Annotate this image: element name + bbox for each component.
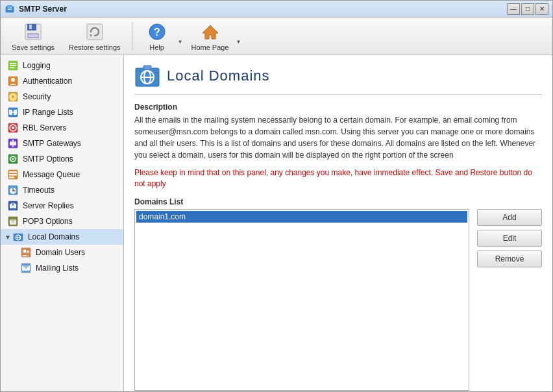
sidebar-local-domains-label: Local Domains xyxy=(28,232,79,241)
svg-rect-8 xyxy=(29,34,38,37)
sidebar-item-mailing-lists[interactable]: Mailing Lists xyxy=(1,260,123,276)
svg-rect-37 xyxy=(9,171,17,173)
sidebar-item-security[interactable]: Security xyxy=(1,89,123,104)
sidebar-item-ip-range-lists[interactable]: IP Range Lists xyxy=(1,104,123,120)
svg-rect-15 xyxy=(10,63,16,64)
sidebar-authentication-label: Authentication xyxy=(23,77,72,86)
svg-point-21 xyxy=(12,95,14,98)
description-label: Description xyxy=(134,103,542,112)
sidebar-mailing-lists-label: Mailing Lists xyxy=(36,263,79,273)
mailing-lists-icon xyxy=(20,262,32,274)
svg-point-35 xyxy=(12,158,14,160)
svg-point-55 xyxy=(27,251,29,253)
svg-rect-30 xyxy=(10,141,16,145)
svg-rect-3 xyxy=(8,9,12,10)
toolbar: Save settings Restore settings xyxy=(1,18,552,55)
remove-button[interactable]: Remove xyxy=(477,251,542,267)
sidebar-smtp-gateways-label: SMTP Gateways xyxy=(23,139,81,148)
list-item[interactable]: domain1.com xyxy=(136,211,467,223)
title-bar: SMTP Server — □ ✕ xyxy=(1,1,552,18)
sidebar-message-queue-label: Message Queue xyxy=(23,170,80,179)
help-label: Help xyxy=(149,43,164,51)
help-icon: ? xyxy=(147,21,167,42)
main-area: Logging Authentication xyxy=(1,55,552,391)
content-header-icon xyxy=(134,63,160,89)
add-button[interactable]: Add xyxy=(477,209,542,226)
restore-settings-label: Restore settings xyxy=(69,43,120,51)
app-icon xyxy=(5,4,15,14)
sidebar-item-message-queue[interactable]: Message Queue xyxy=(1,167,123,182)
domains-area: domain1.com Add Edit Remove xyxy=(134,209,542,391)
sidebar: Logging Authentication xyxy=(1,55,124,391)
local-domains-icon xyxy=(12,231,24,243)
sidebar-item-local-domains[interactable]: ▼ Local Domains xyxy=(1,229,123,245)
svg-rect-63 xyxy=(143,66,151,69)
svg-text:?: ? xyxy=(154,27,160,38)
restore-icon xyxy=(84,21,105,42)
sidebar-item-logging[interactable]: Logging xyxy=(1,58,123,73)
svg-rect-17 xyxy=(10,67,14,68)
homepage-button[interactable]: Home Page xyxy=(185,18,234,55)
svg-rect-1 xyxy=(7,5,12,8)
sidebar-domain-users-label: Domain Users xyxy=(36,248,85,257)
svg-point-54 xyxy=(23,250,27,253)
close-button[interactable]: ✕ xyxy=(535,3,548,15)
svg-marker-13 xyxy=(203,25,218,39)
sidebar-security-label: Security xyxy=(23,92,51,101)
sidebar-item-smtp-options[interactable]: SMTP Options xyxy=(1,151,123,167)
security-icon xyxy=(7,91,19,103)
sidebar-item-domain-users[interactable]: Domain Users xyxy=(1,245,123,260)
sidebar-item-smtp-gateways[interactable]: SMTP Gateways xyxy=(1,136,123,151)
logging-icon xyxy=(7,60,19,71)
sidebar-item-timeouts[interactable]: Timeouts xyxy=(1,182,123,198)
homepage-group: Home Page ▼ xyxy=(185,18,241,55)
svg-point-28 xyxy=(12,127,14,129)
svg-rect-16 xyxy=(10,65,16,66)
toolbar-separator-1 xyxy=(132,22,132,51)
local-domains-expand-arrow: ▼ xyxy=(5,234,11,241)
homepage-dropdown-arrow[interactable]: ▼ xyxy=(236,39,241,45)
sidebar-item-rbl-servers[interactable]: RBL Servers xyxy=(1,120,123,136)
save-settings-button[interactable]: Save settings xyxy=(6,18,60,55)
ip-range-lists-icon xyxy=(7,106,19,118)
svg-rect-24 xyxy=(14,110,17,115)
authentication-icon xyxy=(7,75,19,87)
sidebar-pop3-options-label: POP3 Options xyxy=(23,217,73,226)
window-controls: — □ ✕ xyxy=(507,3,548,15)
domains-list-label: Domains List xyxy=(134,197,542,206)
save-settings-label: Save settings xyxy=(12,43,55,51)
window-title: SMTP Server xyxy=(19,5,507,14)
content-title: Local Domains xyxy=(167,67,270,84)
warning-text: Please keep in mind that on this panel, … xyxy=(134,167,542,190)
smtp-options-icon xyxy=(7,153,19,165)
sidebar-item-pop3-options[interactable]: POP3 Options xyxy=(1,214,123,229)
description-section: Description All the emails in the mailin… xyxy=(134,103,542,161)
main-window: SMTP Server — □ ✕ Save settings xyxy=(0,0,553,392)
save-icon xyxy=(23,21,43,42)
domains-list-box[interactable]: domain1.com xyxy=(134,209,469,391)
homepage-label: Home Page xyxy=(191,43,228,51)
svg-point-19 xyxy=(11,78,15,82)
svg-rect-6 xyxy=(29,25,32,29)
sidebar-timeouts-label: Timeouts xyxy=(23,186,55,195)
minimize-button[interactable]: — xyxy=(507,3,520,15)
maximize-button[interactable]: □ xyxy=(521,3,534,15)
server-replies-icon xyxy=(7,200,19,212)
svg-rect-9 xyxy=(87,24,103,40)
restore-settings-button[interactable]: Restore settings xyxy=(63,18,126,55)
pop3-options-icon xyxy=(7,215,19,227)
sidebar-server-replies-label: Server Replies xyxy=(23,201,74,210)
restore-settings-group: Restore settings xyxy=(63,18,126,55)
sidebar-item-authentication[interactable]: Authentication xyxy=(1,73,123,89)
edit-button[interactable]: Edit xyxy=(477,230,542,247)
svg-rect-38 xyxy=(9,174,17,176)
help-button[interactable]: ? Help xyxy=(138,18,177,55)
svg-rect-39 xyxy=(9,177,14,178)
sidebar-logging-label: Logging xyxy=(23,61,51,70)
content-header: Local Domains xyxy=(134,63,542,95)
sidebar-rbl-servers-label: RBL Servers xyxy=(23,123,67,132)
help-dropdown-arrow[interactable]: ▼ xyxy=(178,39,183,45)
home-icon xyxy=(200,21,221,42)
message-queue-icon xyxy=(7,169,19,180)
sidebar-item-server-replies[interactable]: Server Replies xyxy=(1,198,123,214)
